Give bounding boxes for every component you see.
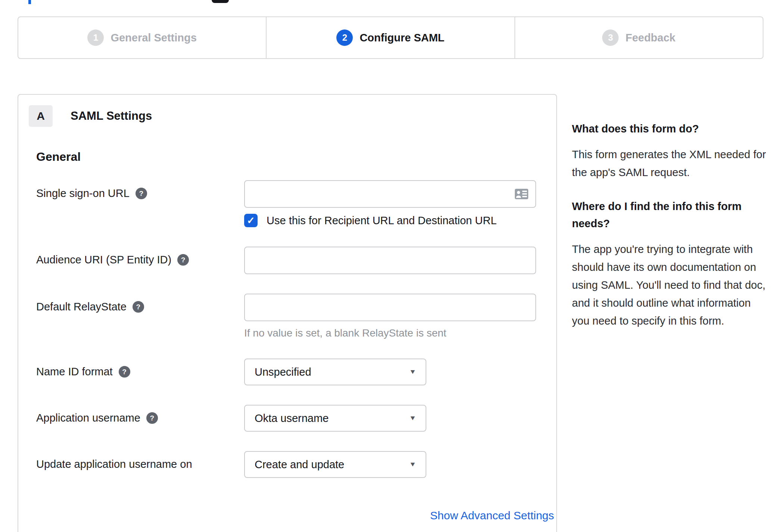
recipient-url-checkbox[interactable]: ✓ [244,214,258,227]
name-id-format-help-icon[interactable]: ? [119,366,130,378]
step-configure-saml[interactable]: 2 Configure SAML [266,17,514,58]
update-username-value: Create and update [255,459,344,471]
chevron-down-icon: ▼ [409,368,416,376]
checkmark-icon: ✓ [247,216,255,225]
sso-url-label: Single sign-on URL [36,186,130,200]
contact-card-icon [514,188,529,200]
sidebar-q1-body: This form generates the XML needed for t… [572,145,766,181]
sso-url-row: Single sign-on URL ? ✓ Use this fo [36,180,538,227]
application-username-select[interactable]: Okta username ▼ [244,405,426,432]
step-2-number-badge: 2 [336,29,353,46]
sso-url-help-icon[interactable]: ? [136,188,147,199]
section-a-badge: A [29,105,53,127]
step-feedback[interactable]: 3 Feedback [514,17,763,58]
audience-uri-row: Audience URI (SP Entity ID) ? [36,247,538,274]
sidebar-q2-body: The app you're trying to integrate with … [572,240,766,330]
step-general-settings[interactable]: 1 General Settings [18,17,266,58]
step-3-label: Feedback [625,32,675,44]
name-id-format-label: Name ID format [36,364,113,379]
application-username-label: Application username [36,411,140,425]
name-id-format-value: Unspecified [255,366,311,378]
wizard-stepper: 1 General Settings 2 Configure SAML 3 Fe… [18,16,763,59]
relaystate-help-icon[interactable]: ? [133,301,144,313]
saml-settings-panel: A SAML Settings General Single sign-on U… [18,94,557,532]
application-username-row: Application username ? Okta username ▼ [36,405,538,432]
help-sidebar: What does this form do? This form genera… [572,120,766,330]
recipient-url-checkbox-label: Use this for Recipient URL and Destinati… [267,215,497,227]
chevron-down-icon: ▼ [409,461,416,468]
recipient-url-checkbox-row: ✓ Use this for Recipient URL and Destina… [244,214,538,227]
relaystate-label: Default RelayState [36,300,127,314]
show-advanced-settings-link[interactable]: Show Advanced Settings [430,509,554,522]
clipped-page-title-fragment [28,0,31,4]
update-username-row: Update application username on Create an… [36,451,538,478]
sidebar-q2-title: Where do I find the info this form needs… [572,198,766,232]
name-id-format-select[interactable]: Unspecified ▼ [244,359,426,385]
audience-uri-label: Audience URI (SP Entity ID) [36,253,171,267]
sso-url-input[interactable] [244,180,536,208]
step-2-label: Configure SAML [360,32,444,44]
step-3-number-badge: 3 [602,29,619,46]
panel-header: A SAML Settings [29,105,538,127]
general-section-heading: General [36,150,538,164]
update-username-select[interactable]: Create and update ▼ [244,451,426,478]
update-username-label: Update application username on [36,457,192,471]
sidebar-q1-title: What does this form do? [572,120,766,137]
audience-uri-help-icon[interactable]: ? [177,254,189,266]
step-1-number-badge: 1 [87,29,104,46]
relaystate-input[interactable] [244,294,536,321]
step-1-label: General Settings [111,32,196,44]
clipped-app-logo-fragment [212,0,229,3]
relaystate-hint: If no value is set, a blank RelayState i… [244,327,538,339]
advanced-settings-row: Show Advanced Settings [36,509,554,522]
application-username-help-icon[interactable]: ? [146,412,158,424]
name-id-format-row: Name ID format ? Unspecified ▼ [36,359,538,385]
application-username-value: Okta username [255,412,329,425]
audience-uri-input[interactable] [244,247,536,274]
chevron-down-icon: ▼ [409,414,416,422]
relaystate-row: Default RelayState ? If no value is set,… [36,294,538,339]
panel-title: SAML Settings [71,109,152,123]
